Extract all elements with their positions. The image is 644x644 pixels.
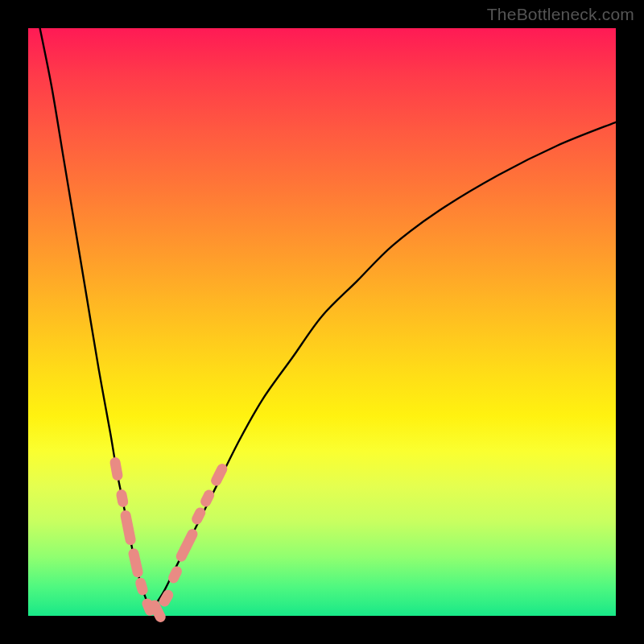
- curve-left-branch: [40, 28, 152, 610]
- curve-right-branch: [151, 122, 616, 610]
- curve-layer: [28, 28, 616, 616]
- marker-pill: [174, 527, 199, 564]
- highlight-markers: [109, 456, 229, 624]
- marker-pill: [119, 510, 136, 546]
- marker-pill: [127, 547, 144, 578]
- marker-pill: [209, 462, 229, 488]
- marker-pill: [115, 489, 129, 508]
- plot-area: [28, 28, 616, 616]
- marker-pill: [134, 576, 150, 597]
- chart-frame: TheBottleneck.com: [0, 0, 644, 644]
- watermark-text: TheBottleneck.com: [487, 5, 634, 24]
- marker-pill: [109, 456, 123, 481]
